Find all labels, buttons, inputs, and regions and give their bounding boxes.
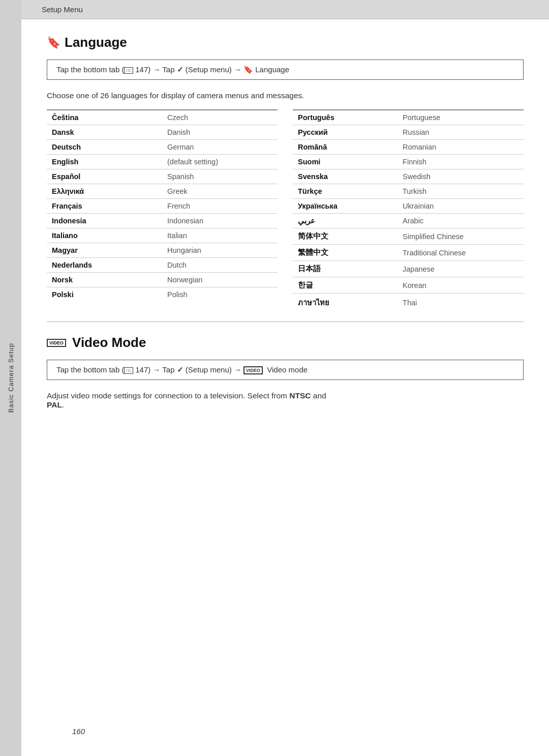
video-desc-start: Adjust video mode settings for connectio… [47, 391, 289, 400]
video-mode-title: VIDEO Video Mode [47, 335, 524, 351]
language-description: Choose one of 26 languages for display o… [47, 91, 524, 100]
column-divider [278, 109, 293, 311]
language-english: Thai [398, 294, 524, 312]
video-description: Adjust video mode settings for connectio… [47, 391, 524, 410]
list-item: 简体中文 Simplified Chinese [293, 228, 524, 245]
list-item: Русский Russian [293, 125, 524, 140]
list-item: ภาษาไทย Thai [293, 294, 524, 312]
list-item: Svenska Swedish [293, 169, 524, 184]
video-desc-end: . [62, 400, 64, 409]
language-english: Swedish [398, 169, 524, 184]
language-english: Arabic [398, 214, 524, 228]
language-native: Indonesia [47, 214, 162, 228]
page-number: 160 [47, 727, 549, 746]
language-native: English [47, 155, 162, 169]
language-english: Indonesian [162, 214, 278, 228]
list-item: Italiano Italian [47, 228, 278, 243]
language-native: Ελληνικά [47, 184, 162, 199]
list-item: Español Spanish [47, 169, 278, 184]
main-content: Setup Menu 🔖 Language Tap the bottom tab… [21, 0, 549, 756]
language-english: Greek [162, 184, 278, 199]
language-english: Portuguese [398, 110, 524, 125]
ntsc-label: NTSC [289, 391, 311, 400]
right-language-table: Português Portuguese Русский Russian Rom… [293, 109, 524, 311]
book-icon-2: □□ [124, 367, 133, 374]
language-title-text: Language [65, 35, 127, 50]
language-native: Čeština [47, 110, 162, 125]
language-english: Czech [162, 110, 278, 125]
left-language-column: Čeština Czech Dansk Danish Deutsch Germa… [47, 109, 278, 311]
list-item: Dansk Danish [47, 125, 278, 140]
language-english: Hungarian [162, 243, 278, 258]
language-english: Korean [398, 277, 524, 294]
list-item: Nederlands Dutch [47, 258, 278, 273]
language-native: Русский [293, 125, 398, 140]
language-english: Traditional Chinese [398, 245, 524, 261]
list-item: Suomi Finnish [293, 155, 524, 169]
list-item: Português Portuguese [293, 110, 524, 125]
language-english: French [162, 199, 278, 214]
language-native: Nederlands [47, 258, 162, 273]
language-title: 🔖 Language [47, 35, 524, 50]
language-table: Čeština Czech Dansk Danish Deutsch Germa… [47, 109, 524, 311]
list-item: عربي Arabic [293, 214, 524, 228]
list-item: Français French [47, 199, 278, 214]
language-nav-box: Tap the bottom tab (□□ 147) → Tap ✓ (Set… [47, 60, 524, 80]
language-english: Ukrainian [398, 199, 524, 214]
list-item: Čeština Czech [47, 110, 278, 125]
pal-label: PAL [47, 400, 62, 409]
book-icon: □□ [124, 67, 133, 74]
list-item: 한글 Korean [293, 277, 524, 294]
language-english: Romanian [398, 140, 524, 155]
video-desc-middle: and [311, 391, 326, 400]
video-mode-title-text: Video Mode [72, 335, 146, 351]
language-english: Finnish [398, 155, 524, 169]
list-item: 日本語 Japanese [293, 261, 524, 277]
content-area: 🔖 Language Tap the bottom tab (□□ 147) →… [21, 19, 549, 737]
list-item: Türkçe Turkish [293, 184, 524, 199]
header-label: Setup Menu [42, 5, 83, 14]
language-english: Polish [162, 287, 278, 302]
language-native: 한글 [293, 277, 398, 294]
language-english: Turkish [398, 184, 524, 199]
language-native: 简体中文 [293, 228, 398, 245]
language-native: Español [47, 169, 162, 184]
list-item: Română Romanian [293, 140, 524, 155]
list-item: Magyar Hungarian [47, 243, 278, 258]
language-native: Français [47, 199, 162, 214]
video-nav-box: Tap the bottom tab (□□ 147) → Tap ✓ (Set… [47, 360, 524, 380]
language-native: عربي [293, 214, 398, 228]
language-native: Português [293, 110, 398, 125]
language-native: Magyar [47, 243, 162, 258]
list-item: Indonesia Indonesian [47, 214, 278, 228]
language-native: Italiano [47, 228, 162, 243]
list-item: Polski Polish [47, 287, 278, 302]
language-english: Danish [162, 125, 278, 140]
page: Basic Camera Setup Setup Menu 🔖 Language… [0, 0, 549, 756]
language-native: Deutsch [47, 140, 162, 155]
language-native: 繁體中文 [293, 245, 398, 261]
language-native: Norsk [47, 273, 162, 287]
language-icon: 🔖 [47, 36, 60, 49]
list-item: 繁體中文 Traditional Chinese [293, 245, 524, 261]
language-english: Japanese [398, 261, 524, 277]
video-icon: VIDEO [47, 339, 66, 347]
language-native: Dansk [47, 125, 162, 140]
language-section: 🔖 Language Tap the bottom tab (□□ 147) →… [47, 35, 524, 311]
left-language-table: Čeština Czech Dansk Danish Deutsch Germa… [47, 109, 278, 302]
header-bar: Setup Menu [21, 0, 549, 19]
language-english: Dutch [162, 258, 278, 273]
language-native: Română [293, 140, 398, 155]
language-english: Simplified Chinese [398, 228, 524, 245]
language-native: 日本語 [293, 261, 398, 277]
language-native: Suomi [293, 155, 398, 169]
side-tab: Basic Camera Setup [0, 0, 21, 756]
section-divider [47, 322, 524, 322]
language-english: Spanish [162, 169, 278, 184]
list-item: English (default setting) [47, 155, 278, 169]
list-item: Norsk Norwegian [47, 273, 278, 287]
video-icon-inline: VIDEO [243, 366, 263, 374]
language-native: ภาษาไทย [293, 294, 398, 312]
language-nav-text: Tap the bottom tab (□□ 147) → Tap ✓ (Set… [56, 65, 289, 74]
right-language-column: Português Portuguese Русский Russian Rom… [293, 109, 524, 311]
